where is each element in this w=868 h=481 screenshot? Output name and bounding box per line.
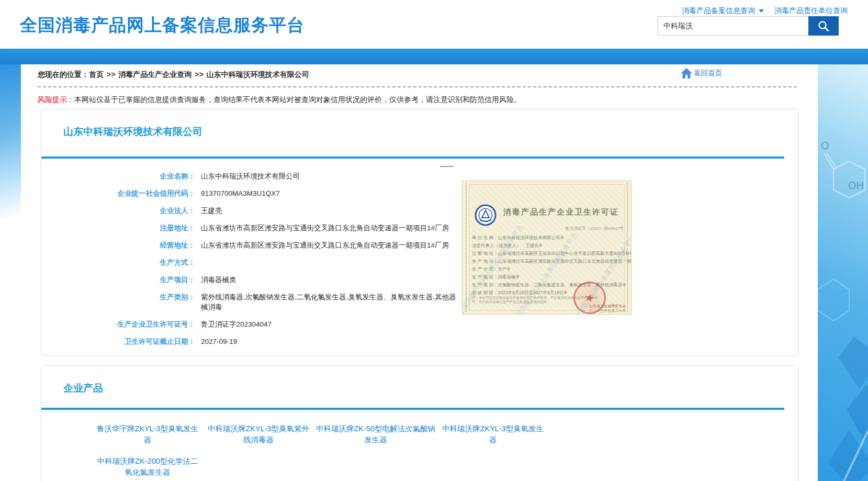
field-label: 卫生许可证截止日期： <box>41 337 195 346</box>
field-label: 生产企业卫生许可证号： <box>41 319 195 329</box>
breadcrumb-home-link[interactable]: 首页 <box>89 70 104 79</box>
field-row: 生产企业卫生许可证号：鲁卫消证字202304047 <box>41 319 465 329</box>
hygiene-license-certificate-image: 消毒产品生产企业卫生许可证 鲁卫消证字（2023）第04047号 单 位 名 称… <box>462 181 632 315</box>
breadcrumb-current: 山东中科瑞沃环境技术有限公司 <box>207 70 309 79</box>
field-value: 2027-09-19 <box>201 337 237 346</box>
back-home-link[interactable]: 返回首页 <box>680 68 722 79</box>
certificate-issuer: 山东省卫生健康委员会 二〇二三年九月二十日 <box>589 304 626 313</box>
company-name-heading: 山东中科瑞沃环境技术有限公司 <box>63 125 202 139</box>
certificate-number: 鲁卫消证字（2023）第04047号 <box>565 226 624 231</box>
certificate-line: 注 册 地 址：山东省潍坊市高新区玉清东街以北中心次干道以西高新大厦902号科研 <box>472 250 629 258</box>
site-header: 全国消毒产品网上备案信息服务平台 消毒产品备案信息查询 消毒产品责任单位查询 <box>0 0 868 49</box>
field-label: 生产类别： <box>41 292 195 312</box>
field-value: 91370700MA3M3U1QX7 <box>201 188 280 198</box>
field-row: 企业法人：王建亮 <box>41 206 465 216</box>
risk-notice-label: 风险提示： <box>38 95 74 104</box>
search-button[interactable] <box>808 16 839 36</box>
chevron-down-icon <box>759 9 764 13</box>
molecule-decoration: O OH <box>818 64 868 481</box>
certificate-body: 单 位 名 称：山东中科瑞沃环境技术有限公司※ 法定代表人（或负责人）：王建亮※… <box>472 234 629 297</box>
nav-link-record-info-query[interactable]: 消毒产品备案信息查询 <box>682 6 764 16</box>
breadcrumb-separator: >> <box>191 70 206 79</box>
product-link[interactable]: 中科瑞沃牌ZKYL-3型臭氧发生器 <box>439 423 547 445</box>
risk-notice: 风险提示：本网站仅基于已掌握的信息提供查询服务，查询结果不代表本网站对被查询对象… <box>38 95 521 105</box>
card-underline <box>41 156 784 159</box>
field-label: 生产项目： <box>41 275 195 285</box>
field-value: 山东中科瑞沃环境技术有限公司 <box>201 171 300 181</box>
search-bar <box>658 16 839 36</box>
search-icon <box>817 19 830 33</box>
top-nav: 消毒产品备案信息查询 消毒产品责任单位查询 <box>628 6 848 16</box>
certificate-line: 单 位 名 称：山东中科瑞沃环境技术有限公司※ <box>472 234 629 242</box>
field-value: 山东省潍坊市高新区潍安路与宝通街交叉路口东北角自动变速器一期项目1#厂房 <box>201 223 449 233</box>
nav-link-responsible-unit-label: 消毒产品责任单位查询 <box>774 6 848 16</box>
company-fields: 企业名称：山东中科瑞沃环境技术有限公司 企业统一社会信用代码：91370700M… <box>41 171 465 354</box>
certificate-line: 生 产 地 址：山东省潍坊市高新区潍安路与宝通街交叉路口东北角自动变速器一期项目… <box>472 258 629 265</box>
nav-link-responsible-unit-query[interactable]: 消毒产品责任单位查询 <box>774 6 848 16</box>
field-value: 紫外线消毒器,次氯酸钠发生器,二氧化氯发生器,臭氧发生器、臭氧水发生器,其他器械… <box>201 292 458 312</box>
field-label: 生产方式： <box>41 258 195 267</box>
company-info-card: 山东中科瑞沃环境技术有限公司 企业名称：山东中科瑞沃环境技术有限公司 企业统一社… <box>41 109 799 356</box>
certificate-issuer-name: 山东省卫生健康委员会 <box>589 304 626 308</box>
certificate-emblem-icon <box>475 204 497 226</box>
breadcrumb-separator: >> <box>104 70 118 79</box>
certificate-issue-date: 二〇二三年九月二十日 <box>589 308 626 313</box>
left-background-decoration <box>0 64 21 217</box>
certificate-title: 消毒产品生产企业卫生许可证 <box>503 207 619 217</box>
page: 全国消毒产品网上备案信息服务平台 消毒产品备案信息查询 消毒产品责任单位查询 <box>0 0 868 481</box>
field-row: 企业名称：山东中科瑞沃环境技术有限公司 <box>41 171 465 181</box>
field-row: 经营地址：山东省潍坊市高新区潍安路与宝通街交叉路口东北角自动变速器一期项目1#厂… <box>41 240 465 250</box>
field-value: 山东省潍坊市高新区潍安路与宝通街交叉路口东北角自动变速器一期项目1#厂房 <box>201 240 449 250</box>
right-background-decoration: O OH <box>818 64 868 481</box>
certificate-line: 生 产 项 目：消毒器械※ <box>472 273 629 281</box>
field-row: 生产方式： <box>41 258 465 267</box>
product-link[interactable]: 中科瑞沃牌ZK-50型电解法次氯酸钠发生器 <box>315 423 436 445</box>
products-row: 鲁沃华宇牌ZKYL-3型臭氧发生器 中科瑞沃牌ZKYL-3型臭氧紫外线消毒器 中… <box>94 423 547 445</box>
product-link[interactable]: 中科瑞沃牌ZKYL-3型臭氧紫外线消毒器 <box>205 423 312 445</box>
field-label: 企业法人： <box>41 206 195 216</box>
home-icon <box>680 68 693 79</box>
back-home-label: 返回首页 <box>694 69 722 78</box>
field-row: 注册地址：山东省潍坊市高新区潍安路与宝通街交叉路口东北角自动变速器一期项目1#厂… <box>41 223 465 233</box>
field-label: 注册地址： <box>41 223 195 233</box>
card-underline <box>41 408 784 410</box>
certificate-line: 法定代表人（或负责人）：王建亮※ <box>472 242 629 250</box>
product-link[interactable]: 鲁沃华宇牌ZKYL-3型臭氧发生器 <box>94 423 201 445</box>
molecule-label-oh: OH <box>848 180 864 191</box>
field-row: 生产类别：紫外线消毒器,次氯酸钠发生器,二氧化氯发生器,臭氧发生器、臭氧水发生器… <box>41 292 465 312</box>
nav-link-record-info-label: 消毒产品备案信息查询 <box>682 6 755 16</box>
dashed-divider <box>38 86 797 87</box>
site-title: 全国消毒产品网上备案信息服务平台 <box>20 14 305 37</box>
certificate-line: 生 产 方 式：生产※ <box>472 265 629 273</box>
breadcrumb-enterprise-query-link[interactable]: 消毒产品生产企业查询 <box>118 70 191 79</box>
nav-bar <box>0 49 868 64</box>
risk-notice-text: 本网站仅基于已掌握的信息提供查询服务，查询结果不代表本网站对被查询对象信用状况的… <box>74 95 521 104</box>
field-value: 鲁卫消证字202304047 <box>201 319 272 329</box>
field-row: 卫生许可证截止日期：2027-09-19 <box>41 337 465 346</box>
field-row: 企业统一社会信用代码：91370700MA3M3U1QX7 <box>41 188 465 198</box>
field-row: 生产项目：消毒器械类 <box>41 275 465 285</box>
molecule-label-o: O <box>821 140 829 151</box>
search-input[interactable] <box>658 16 808 36</box>
field-label: 企业统一社会信用代码： <box>41 188 195 198</box>
seal-star-icon: ★ <box>584 290 596 305</box>
products-row: 中科瑞沃牌ZK-200型化学法二氧化氯发生器 <box>94 456 201 478</box>
field-value: 王建亮 <box>201 206 222 216</box>
product-link[interactable]: 中科瑞沃牌ZK-200型化学法二氧化氯发生器 <box>94 456 201 478</box>
breadcrumb-prefix: 您现在的位置： <box>38 70 89 79</box>
company-products-card: 企业产品 鲁沃华宇牌ZKYL-3型臭氧发生器 中科瑞沃牌ZKYL-3型臭氧紫外线… <box>41 365 799 481</box>
field-value: 消毒器械类 <box>201 275 236 285</box>
products-heading: 企业产品 <box>63 382 103 395</box>
certificate-line: 生 产 类 别：次氯酸钠发生器、二氧化氯发生器、臭氧发生器、紫外线消毒器※ <box>472 281 629 289</box>
breadcrumb: 您现在的位置：首页>>消毒产品生产企业查询>>山东中科瑞沃环境技术有限公司 <box>38 70 309 80</box>
scan-artifact-dash <box>440 166 454 167</box>
field-label: 企业名称： <box>41 171 195 181</box>
field-label: 经营地址： <box>41 240 195 250</box>
